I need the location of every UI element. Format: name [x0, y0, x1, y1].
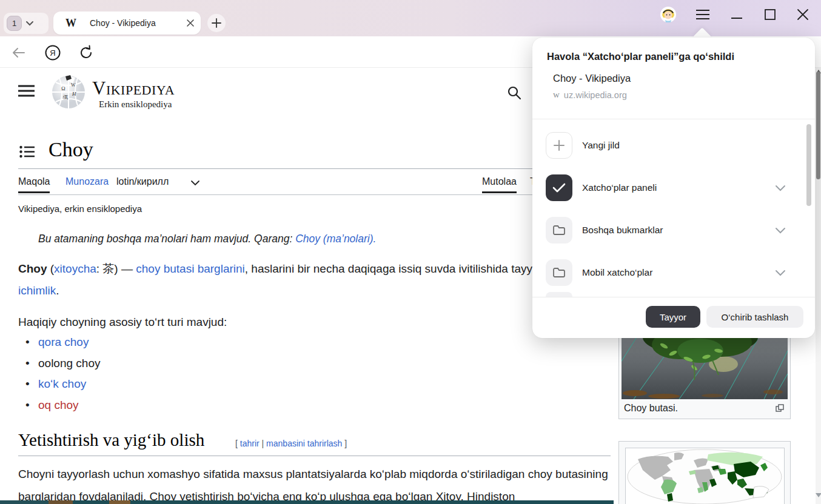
divider: [532, 119, 815, 119]
minimize-icon: [731, 6, 743, 23]
link-ichimlik[interactable]: ichimlik: [18, 284, 56, 297]
check-icon: [546, 174, 572, 201]
edit-link[interactable]: tahrir: [240, 439, 260, 448]
wiki-search-button[interactable]: [507, 85, 521, 102]
link-qora-choy[interactable]: qora choy: [38, 336, 89, 349]
wikipedia-logo[interactable]: Ω W H 佤: [51, 74, 86, 109]
plus-icon: [211, 18, 222, 28]
new-tab-button[interactable]: [207, 14, 226, 32]
intro-list-text: Haqiqiy choyning asosiy to‘rt turi mavju…: [18, 311, 618, 333]
yandex-icon: Я: [44, 44, 61, 61]
lead-paragraph: Choy (xitoycha: 茶) — choy butasi barglar…: [18, 258, 618, 302]
scrollbar-thumb[interactable]: [816, 71, 820, 179]
folder-option-mobile-bookmarks[interactable]: Mobil xatcho‘plar: [532, 251, 799, 294]
tea-production-map[interactable]: [625, 448, 785, 504]
thumbnail-card-map: [618, 441, 791, 504]
close-icon: [796, 8, 809, 21]
hamburger-icon: [695, 8, 710, 21]
list-item: •qora choy: [25, 336, 100, 357]
chevron-down-icon[interactable]: [775, 269, 786, 276]
page-title: Choy: [49, 138, 93, 161]
text-oolong-choy: oolong choy: [38, 357, 100, 370]
done-button[interactable]: Tayyor: [646, 306, 700, 328]
scroll-down-arrow[interactable]: [816, 493, 821, 497]
folder-option-label: Boshqa bukmarklar: [582, 225, 775, 236]
minimize-button[interactable]: [728, 6, 745, 23]
svg-text:Ω: Ω: [61, 85, 65, 91]
list-item: •oolong choy: [25, 357, 100, 378]
chevron-down-icon[interactable]: [190, 179, 201, 187]
partial-image-edge: [0, 500, 614, 504]
bookmark-domain: uz.wikipedia.org: [564, 90, 627, 100]
maximize-icon: [764, 8, 776, 21]
maximize-button[interactable]: [762, 6, 779, 23]
yandex-button[interactable]: Я: [44, 44, 61, 64]
toc-list-icon: [19, 145, 35, 158]
back-button[interactable]: [11, 46, 27, 62]
popup-title: Havola “Xatcho‘plar paneli”ga qo‘shildi: [547, 51, 734, 62]
wikipedia-favicon: W: [65, 17, 76, 30]
link-kok-choy[interactable]: ko‘k choy: [38, 377, 86, 391]
image-caption: Choy butasi.: [624, 403, 678, 414]
svg-text:H: H: [72, 91, 76, 97]
wiki-toc-button[interactable]: [19, 145, 35, 161]
divider: [18, 456, 611, 456]
hatnote: Bu atamaning boshqa ma’nolari ham mavjud…: [38, 233, 376, 245]
popup-scrollbar[interactable]: [806, 124, 811, 297]
section-edit-links: [ tahrir | manbasini tahrirlash ]: [235, 439, 347, 448]
wiki-tagline-logo: Erkin ensiklopediya: [99, 99, 172, 110]
refresh-button[interactable]: [78, 44, 95, 64]
bookmark-domain-row: w uz.wikipedia.org: [553, 90, 627, 100]
link-choy-butasi[interactable]: choy butasi barglarini: [136, 262, 245, 275]
hamburger-icon: [18, 85, 35, 98]
svg-text:佤: 佤: [63, 94, 68, 100]
popup-scrollbar-thumb[interactable]: [806, 124, 811, 206]
new-folder-icon: [546, 132, 572, 159]
browser-menu-button[interactable]: [694, 6, 711, 23]
chevron-down-icon[interactable]: [775, 227, 786, 234]
bookmark-popup: Havola “Xatcho‘plar paneli”ga qo‘shildi …: [532, 38, 815, 338]
tab-count-badge[interactable]: 1: [7, 16, 22, 31]
tea-bush-image[interactable]: [622, 333, 788, 399]
folder-option-bookmarks-bar[interactable]: Xatcho‘plar paneli: [532, 167, 799, 209]
tab-variant[interactable]: lotin/кирилл: [116, 176, 169, 187]
tab-munozara[interactable]: Munozara: [65, 176, 109, 187]
profile-avatar-icon: [660, 6, 677, 23]
expand-icon[interactable]: [776, 404, 784, 412]
folder-option-label: Yangi jild: [582, 140, 799, 151]
folder-icon: [546, 259, 572, 286]
folder-option-other-bookmarks[interactable]: Boshqa bukmarklar: [532, 209, 799, 251]
tea-types-list: •qora choy •oolong choy •ko‘k choy •oq c…: [25, 336, 100, 419]
tab-title: Choy - Vikipediya: [90, 18, 180, 28]
list-item: •ko‘k choy: [25, 377, 100, 399]
refresh-icon: [78, 44, 95, 61]
list-item: •oq choy: [25, 399, 100, 420]
chevron-down-icon[interactable]: [775, 184, 786, 191]
svg-text:Я: Я: [50, 48, 55, 58]
folder-option-new[interactable]: Yangi jild: [532, 124, 799, 167]
svg-text:W: W: [71, 82, 76, 88]
world-map-image: [626, 448, 784, 504]
arrow-left-icon: [11, 46, 27, 59]
close-button[interactable]: [794, 6, 811, 23]
edit-source-link[interactable]: manbasini tahrirlash: [266, 439, 342, 448]
tab-group-button[interactable]: 1: [4, 13, 49, 34]
partial-folder-icon: [546, 292, 572, 297]
link-xitoycha[interactable]: xitoycha: [54, 262, 96, 275]
avatar[interactable]: [660, 6, 677, 23]
chevron-down-icon[interactable]: [22, 13, 38, 34]
browser-tab[interactable]: W Choy - Vikipediya: [53, 12, 201, 35]
wikipedia-favicon: w: [553, 90, 560, 100]
tab-mutolaa[interactable]: Mutolaa: [482, 176, 517, 193]
tab-close-icon[interactable]: [180, 12, 201, 35]
wiki-wordmark[interactable]: Vikipediya: [92, 78, 175, 99]
hatnote-link[interactable]: Choy (ma’nolari).: [295, 233, 376, 245]
redlink-oq-choy[interactable]: oq choy: [38, 399, 79, 412]
remove-bookmark-button[interactable]: O‘chirib tashlash: [706, 306, 803, 328]
divider: [532, 297, 815, 297]
body-paragraph: Choyni tayyorlash uchun xomashyo sifatid…: [18, 463, 620, 504]
tab-maqola[interactable]: Maqola: [18, 176, 50, 193]
folder-option-label: Xatcho‘plar paneli: [582, 182, 775, 193]
site-tagline: Vikipediya, erkin ensiklopediya: [18, 204, 142, 214]
wiki-main-menu-button[interactable]: [18, 85, 35, 100]
